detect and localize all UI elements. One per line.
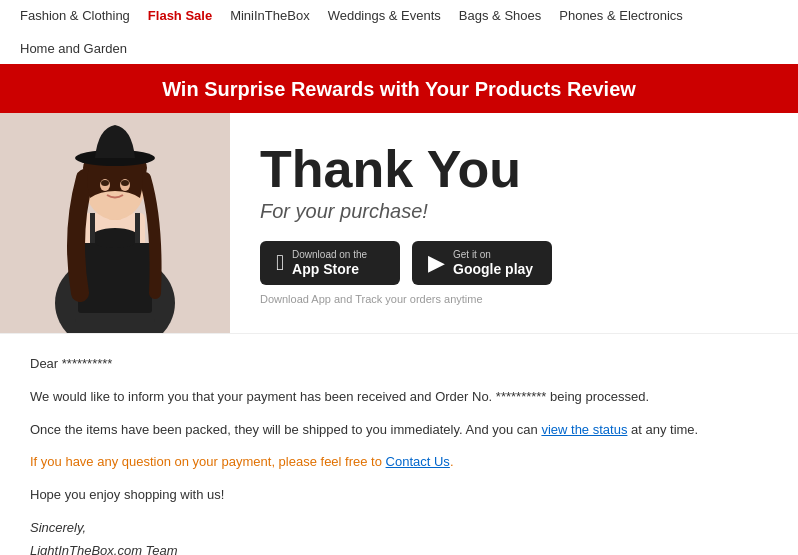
nav-item-home-garden[interactable]: Home and Garden <box>20 41 127 56</box>
email-body: Dear ********** We would like to inform … <box>0 334 798 555</box>
hero-image <box>0 113 230 333</box>
app-store-small-label: Download on the <box>292 249 367 261</box>
google-play-text: Get it on Google play <box>453 249 533 278</box>
google-play-large-label: Google play <box>453 261 533 278</box>
nav-item-flash-sale[interactable]: Flash Sale <box>148 8 212 23</box>
apple-icon:  <box>276 250 284 276</box>
question-text-before: If you have any question on your payment… <box>30 454 386 469</box>
thank-you-title: Thank You <box>260 141 521 198</box>
svg-rect-14 <box>90 213 95 243</box>
promo-banner: Win Surprise Rewards with Your Products … <box>0 66 798 113</box>
question-text-after: . <box>450 454 454 469</box>
nav-item-miniinthebox[interactable]: MiniInTheBox <box>230 8 309 23</box>
signature-block: Sincerely, LightInTheBox.com Team <box>30 518 768 555</box>
question-para: If you have any question on your payment… <box>30 452 768 473</box>
nav-item-weddings[interactable]: Weddings & Events <box>328 8 441 23</box>
enjoy-para: Hope you enjoy shopping with us! <box>30 485 768 506</box>
google-play-icon: ▶ <box>428 250 445 276</box>
dear-line: Dear ********** <box>30 354 768 375</box>
app-buttons-container:  Download on the App Store ▶ Get it on … <box>260 241 552 286</box>
nav-item-fashion[interactable]: Fashion & Clothing <box>20 8 130 23</box>
signature-team: LightInTheBox.com Team <box>30 541 768 555</box>
signature-sincerely: Sincerely, <box>30 518 768 539</box>
shipping-para: Once the items have been packed, they wi… <box>30 420 768 441</box>
svg-rect-15 <box>135 213 140 243</box>
google-play-button[interactable]: ▶ Get it on Google play <box>412 241 552 286</box>
google-play-small-label: Get it on <box>453 249 533 261</box>
svg-point-12 <box>101 180 109 186</box>
download-note: Download App and Track your orders anyti… <box>260 293 483 305</box>
shipping-text-after: at any time. <box>627 422 698 437</box>
app-store-text: Download on the App Store <box>292 249 367 278</box>
hero-section: Thank You For your purchase!  Download … <box>0 113 798 334</box>
navigation-bar: Fashion & Clothing Flash Sale MiniInTheB… <box>0 0 798 66</box>
banner-text: Win Surprise Rewards with Your Products … <box>162 78 636 100</box>
nav-item-phones[interactable]: Phones & Electronics <box>559 8 683 23</box>
shipping-text-before: Once the items have been packed, they wi… <box>30 422 541 437</box>
svg-point-5 <box>90 228 140 248</box>
payment-para: We would like to inform you that your pa… <box>30 387 768 408</box>
thank-you-subtitle: For your purchase! <box>260 200 428 223</box>
view-status-link[interactable]: view the status <box>541 422 627 437</box>
svg-rect-4 <box>78 243 152 313</box>
nav-item-bags[interactable]: Bags & Shoes <box>459 8 541 23</box>
app-store-large-label: App Store <box>292 261 367 278</box>
app-store-button[interactable]:  Download on the App Store <box>260 241 400 286</box>
svg-point-13 <box>121 180 129 186</box>
hero-content: Thank You For your purchase!  Download … <box>230 113 798 333</box>
contact-us-link[interactable]: Contact Us <box>386 454 450 469</box>
